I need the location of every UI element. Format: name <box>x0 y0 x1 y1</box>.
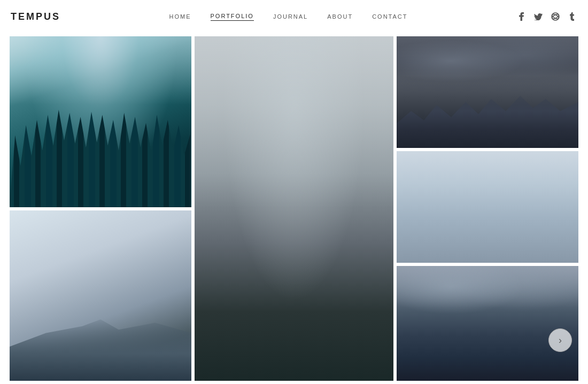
gallery-col-3 <box>397 36 578 381</box>
main-nav: HOME PORTFOLIO JOURNAL ABOUT CONTACT <box>169 13 408 21</box>
gallery-item-snow-forest[interactable] <box>397 151 578 263</box>
gallery-col-1 <box>10 36 191 381</box>
next-button[interactable]: › <box>548 328 572 352</box>
gallery-item-snowy-valley[interactable] <box>10 210 191 381</box>
nav-home[interactable]: HOME <box>169 13 191 20</box>
gallery-wrapper: › <box>0 33 588 384</box>
gallery-item-foggy-trees[interactable] <box>195 36 393 381</box>
facebook-icon[interactable] <box>516 12 526 21</box>
nav-about[interactable]: ABOUT <box>327 13 353 20</box>
gallery-item-misty-mountains[interactable] <box>397 266 578 381</box>
twitter-icon[interactable] <box>533 12 543 21</box>
gallery-item-teal-forest[interactable] <box>10 36 191 207</box>
site-logo[interactable]: TEMPUS <box>11 11 60 22</box>
gallery-item-cloudy-mountains[interactable] <box>397 36 578 148</box>
nav-contact[interactable]: CONTACT <box>372 13 407 20</box>
photo-gallery <box>0 33 588 384</box>
nav-journal[interactable]: JOURNAL <box>273 13 308 20</box>
dribbble-icon[interactable] <box>551 12 560 21</box>
tumblr-icon[interactable] <box>568 12 577 21</box>
gallery-col-2 <box>195 36 393 381</box>
social-links <box>516 12 577 21</box>
nav-portfolio[interactable]: PORTFOLIO <box>211 13 254 21</box>
